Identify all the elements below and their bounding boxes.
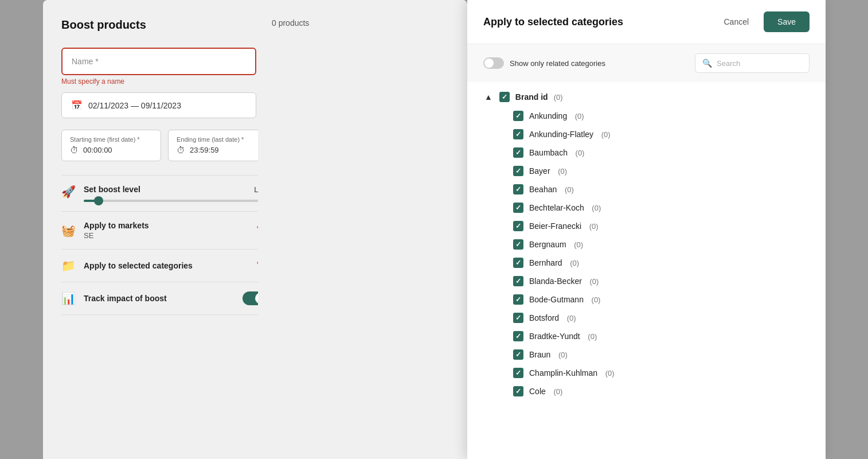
- boost-slider-track[interactable]: [84, 200, 268, 202]
- category-count-7: (0): [572, 240, 584, 249]
- rocket-icon: 🚀: [61, 185, 76, 199]
- list-item: Bergnaum (0): [513, 238, 810, 251]
- end-time-value: 23:59:59: [190, 146, 219, 154]
- list-item: Bernhard (0): [513, 256, 810, 269]
- category-count-8: (0): [568, 259, 580, 267]
- header-actions: Cancel Save: [715, 11, 810, 32]
- category-checkbox-5[interactable]: [513, 203, 523, 213]
- category-count-3: (0): [556, 167, 568, 176]
- start-time-icon: ⏱: [70, 145, 79, 155]
- category-name-6: Beier-Franecki: [529, 221, 581, 231]
- category-name-10: Bode-Gutmann: [529, 295, 584, 304]
- show-related-toggle[interactable]: [483, 57, 504, 69]
- cancel-button[interactable]: Cancel: [715, 13, 757, 31]
- category-checkbox-15[interactable]: [513, 386, 523, 396]
- category-count-6: (0): [587, 222, 599, 231]
- category-name-9: Blanda-Becker: [529, 277, 582, 286]
- category-count-12: (0): [586, 332, 597, 341]
- category-count-14: (0): [603, 369, 615, 378]
- category-name-3: Bayer: [529, 166, 550, 176]
- list-item: Botsford (0): [513, 312, 810, 324]
- category-checkbox-7[interactable]: [513, 239, 523, 250]
- show-related-label: Show only related categories: [510, 59, 605, 68]
- track-impact-label: Track impact of boost: [84, 294, 167, 303]
- search-icon: 🔍: [702, 59, 712, 68]
- category-name-7: Bergnaum: [529, 240, 566, 249]
- apply-markets-label: Apply to markets: [84, 221, 149, 230]
- category-count-15: (0): [552, 387, 563, 396]
- products-panel: 0 products: [258, 0, 464, 459]
- category-checkbox-4[interactable]: [513, 184, 523, 195]
- category-name-2: Baumbach: [529, 148, 568, 157]
- apply-categories-section: 📁 Apply to selected categories ✏️: [61, 249, 268, 282]
- list-item: Baumbach (0): [513, 146, 810, 159]
- start-time-label: Starting time (first date) *: [70, 136, 153, 143]
- list-item: Champlin-Kuhlman (0): [513, 367, 810, 379]
- category-checkbox-11[interactable]: [513, 313, 523, 323]
- list-item: Bradtke-Yundt (0): [513, 330, 810, 343]
- category-name-13: Braun: [529, 350, 550, 359]
- toggle-related-container: Show only related categories: [483, 57, 605, 69]
- duration-value: 02/11/2023 — 09/11/2023: [88, 101, 181, 110]
- category-checkbox-12[interactable]: [513, 331, 523, 341]
- categories-list: ▲ Brand id (0) Ankunding (0) Ankunding-F…: [467, 82, 826, 459]
- category-name-12: Bradtke-Yundt: [529, 332, 580, 341]
- category-checkbox-14[interactable]: [513, 368, 523, 378]
- list-item: Ankunding (0): [513, 110, 810, 122]
- mini-toggle-knob: [484, 59, 494, 68]
- category-checkbox-13[interactable]: [513, 349, 523, 360]
- apply-markets-section: 🧺 Apply to markets SE ✏️: [61, 211, 268, 249]
- folder-icon: 📁: [61, 259, 76, 273]
- save-button[interactable]: Save: [764, 11, 810, 32]
- track-impact-section: 📊 Track impact of boost: [61, 282, 268, 315]
- category-count-5: (0): [590, 204, 601, 212]
- name-input[interactable]: [61, 48, 256, 75]
- list-item: Ankunding-Flatley (0): [513, 128, 810, 141]
- list-item: Bechtelar-Koch (0): [513, 201, 810, 214]
- category-checkbox-8[interactable]: [513, 258, 523, 268]
- basket-icon: 🧺: [61, 224, 76, 238]
- collapse-button[interactable]: ▲: [483, 91, 494, 103]
- category-count-13: (0): [556, 351, 568, 359]
- category-name-15: Cole: [529, 387, 546, 396]
- start-time-value: 00:00:00: [83, 146, 112, 154]
- end-time-label: Ending time (last date) *: [177, 136, 259, 143]
- category-checkbox-0[interactable]: [513, 111, 523, 121]
- end-time-icon: ⏱: [177, 145, 185, 155]
- boost-level-section: 🚀 Set boost level Low: [61, 175, 268, 211]
- slider-thumb[interactable]: [94, 196, 103, 205]
- brand-id-checkbox[interactable]: [499, 92, 510, 102]
- category-name-8: Bernhard: [529, 258, 562, 267]
- category-checkbox-9[interactable]: [513, 276, 523, 286]
- list-item: Beier-Franecki (0): [513, 220, 810, 232]
- category-count-9: (0): [588, 277, 599, 286]
- search-box: 🔍: [695, 53, 810, 73]
- category-checkbox-3[interactable]: [513, 166, 523, 176]
- brand-id-count: (0): [554, 93, 563, 102]
- category-checkbox-2[interactable]: [513, 147, 523, 158]
- boost-level-label: Set boost level: [84, 185, 140, 194]
- duration-field[interactable]: 📅 02/11/2023 — 09/11/2023: [61, 92, 256, 118]
- chart-icon: 📊: [61, 291, 76, 305]
- sub-items-list: Ankunding (0) Ankunding-Flatley (0) Baum…: [483, 110, 810, 398]
- list-item: Braun (0): [513, 348, 810, 361]
- list-item: Beahan (0): [513, 183, 810, 196]
- category-checkbox-10[interactable]: [513, 294, 523, 305]
- list-item: Cole (0): [513, 385, 810, 398]
- category-checkbox-1[interactable]: [513, 129, 523, 139]
- name-error: Must specify a name: [61, 77, 268, 85]
- category-checkbox-6[interactable]: [513, 221, 523, 231]
- list-item: Blanda-Becker (0): [513, 275, 810, 287]
- apply-categories-label: Apply to selected categories: [84, 261, 193, 270]
- categories-header: Apply to selected categories Cancel Save: [467, 0, 826, 44]
- category-name-1: Ankunding-Flatley: [529, 130, 593, 139]
- categories-panel-title: Apply to selected categories: [483, 16, 623, 28]
- category-name-14: Champlin-Kuhlman: [529, 368, 597, 378]
- start-time-field[interactable]: Starting time (first date) * ⏱ 00:00:00: [61, 130, 161, 161]
- category-count-4: (0): [562, 185, 574, 194]
- categories-toolbar: Show only related categories 🔍: [467, 44, 826, 82]
- category-count-10: (0): [589, 295, 601, 304]
- list-item: Bode-Gutmann (0): [513, 293, 810, 306]
- end-time-field[interactable]: Ending time (last date) * ⏱ 23:59:59: [168, 130, 268, 161]
- search-input[interactable]: [717, 59, 802, 68]
